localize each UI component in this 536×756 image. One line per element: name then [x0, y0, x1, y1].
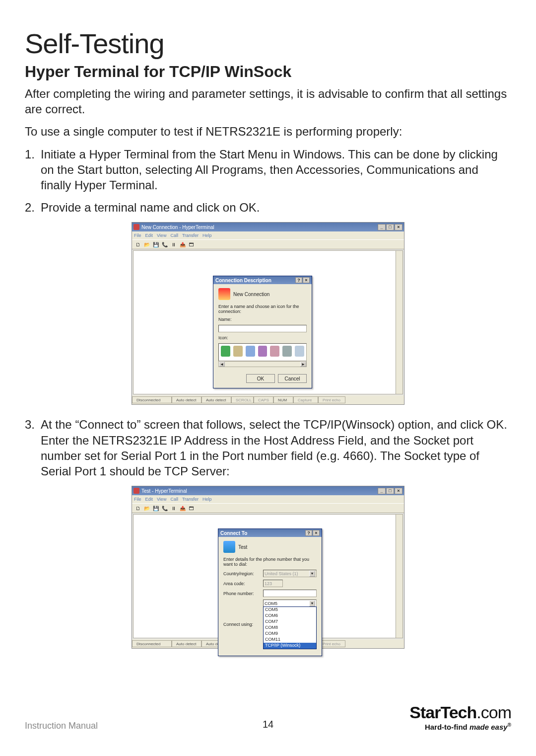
icon-option-3[interactable]	[246, 346, 255, 357]
close-button[interactable]: ×	[395, 488, 402, 494]
option-com9[interactable]: COM9	[264, 631, 316, 637]
option-com11[interactable]: COM11	[264, 637, 316, 643]
maximize-button[interactable]: □	[386, 488, 394, 494]
dialog-close-button[interactable]: ×	[303, 277, 310, 283]
icon-option-2[interactable]	[233, 346, 243, 357]
status-printecho: Print echo	[318, 640, 345, 647]
toolbar-disconnect-icon[interactable]: ⏸	[170, 240, 178, 248]
page-footer: Instruction Manual 14 StarTech.com Hard-…	[25, 703, 511, 731]
page-subtitle: Hyper Terminal for TCP/IP WinSock	[25, 63, 511, 81]
toolbar-call-icon[interactable]: 📞	[161, 504, 169, 512]
toolbar-save-icon[interactable]: 💾	[152, 504, 160, 512]
scrollbar-vertical[interactable]	[396, 515, 402, 638]
menu-help[interactable]: Help	[202, 497, 212, 502]
toolbar-send-icon[interactable]: 📤	[179, 504, 187, 512]
scroll-right-icon[interactable]: ►	[300, 362, 306, 367]
option-com6[interactable]: COM6	[264, 613, 316, 619]
connection-icon	[223, 541, 235, 553]
icon-option-7[interactable]	[295, 346, 304, 357]
toolbar-new-icon[interactable]: 🗋	[134, 504, 142, 512]
toolbar-disconnect-icon[interactable]: ⏸	[170, 504, 178, 512]
dialog-title: Connect To	[220, 530, 247, 536]
toolbar-new-icon[interactable]: 🗋	[134, 240, 142, 248]
status-scroll: SCROLL	[231, 396, 254, 403]
intro-paragraph-1: After completing the wiring and paramete…	[25, 86, 511, 117]
help-button[interactable]: ?	[295, 277, 302, 283]
option-com7[interactable]: COM7	[264, 619, 316, 625]
menu-call[interactable]: Call	[170, 497, 178, 502]
cancel-button[interactable]: Cancel	[278, 374, 307, 383]
areacode-label: Area code:	[223, 581, 263, 586]
minimize-button[interactable]: _	[378, 488, 386, 494]
dialog-title: Connection Description	[215, 278, 271, 283]
steps-list-continued: At the “Connect to” screen that follows,…	[25, 417, 511, 479]
help-button[interactable]: ?	[305, 530, 312, 536]
menu-file[interactable]: File	[134, 497, 141, 502]
status-autodetect-2: Auto detect	[201, 396, 231, 403]
terminal-body: Connect To ? × Test Enter details for th…	[133, 514, 403, 638]
menu-edit[interactable]: Edit	[145, 233, 153, 238]
dialog-titlebar[interactable]: Connection Description ? ×	[213, 276, 312, 284]
status-connection: Disconnected	[132, 396, 172, 403]
close-button[interactable]: ×	[395, 224, 402, 230]
menu-transfer[interactable]: Transfer	[182, 497, 199, 502]
country-select[interactable]: United States (1)▼	[263, 570, 317, 577]
status-autodetect-1: Auto detect	[172, 640, 201, 647]
dialog-titlebar[interactable]: Connect To ? ×	[218, 529, 322, 537]
toolbar-send-icon[interactable]: 📤	[179, 240, 187, 248]
menu-file[interactable]: File	[134, 233, 141, 238]
option-com5[interactable]: COM5	[264, 607, 316, 613]
areacode-input[interactable]	[263, 580, 283, 587]
scrollbar-vertical[interactable]	[396, 251, 402, 394]
phone-input[interactable]	[263, 590, 317, 597]
toolbar-properties-icon[interactable]: 🗔	[188, 504, 196, 512]
connection-name: Test	[238, 544, 247, 550]
icon-picker[interactable]	[218, 343, 307, 361]
toolbar-call-icon[interactable]: 📞	[161, 240, 169, 248]
connect-to-dialog: Connect To ? × Test Enter details for th…	[218, 529, 322, 656]
window-title: New Connection - HyperTerminal	[141, 225, 214, 230]
country-label: Country/region:	[223, 571, 263, 576]
connectusing-listbox[interactable]: COM5 COM6 COM7 COM8 COM9 COM11 TCP/IP (W…	[263, 606, 317, 649]
new-connection-label: New Connection	[233, 292, 269, 297]
icon-option-4[interactable]	[258, 346, 268, 357]
status-capture: Capture	[293, 396, 318, 403]
toolbar-open-icon[interactable]: 📂	[143, 504, 151, 512]
toolbar: 🗋 📂 💾 📞 ⏸ 📤 🗔	[132, 239, 404, 249]
dialog-close-button[interactable]: ×	[313, 530, 320, 536]
step-2: Provide a terminal name and click on OK.	[41, 200, 511, 215]
toolbar-save-icon[interactable]: 💾	[152, 240, 160, 248]
status-num: NUM	[273, 396, 293, 403]
name-input[interactable]	[218, 325, 307, 332]
menu-help[interactable]: Help	[202, 233, 212, 238]
icon-option-6[interactable]	[282, 346, 292, 357]
menu-call[interactable]: Call	[170, 233, 178, 238]
scroll-left-icon[interactable]: ◄	[219, 362, 225, 367]
new-connection-icon	[218, 288, 230, 300]
menu-view[interactable]: View	[157, 497, 166, 502]
window-titlebar[interactable]: Test - HyperTerminal _ □ ×	[132, 486, 404, 495]
menu-transfer[interactable]: Transfer	[182, 233, 199, 238]
option-tcpip-winsock[interactable]: TCP/IP (Winsock)	[264, 643, 316, 649]
window-titlebar[interactable]: New Connection - HyperTerminal _ □ ×	[132, 223, 404, 231]
icon-option-5[interactable]	[270, 346, 279, 357]
status-printecho: Print echo	[318, 396, 345, 403]
ok-button[interactable]: OK	[246, 374, 275, 383]
toolbar-properties-icon[interactable]: 🗔	[188, 240, 196, 248]
menubar: File Edit View Call Transfer Help	[132, 231, 404, 239]
connectusing-select[interactable]: COM5▼	[263, 600, 317, 607]
chevron-down-icon: ▼	[309, 571, 315, 577]
toolbar: 🗋 📂 💾 📞 ⏸ 📤 🗔	[132, 503, 404, 513]
connection-description-dialog: Connection Description ? × New Connectio…	[213, 276, 312, 388]
icon-option-1[interactable]	[221, 346, 230, 357]
minimize-button[interactable]: _	[378, 224, 386, 230]
menubar: File Edit View Call Transfer Help	[132, 495, 404, 503]
steps-list: Initiate a Hyper Terminal from the Start…	[25, 147, 511, 216]
maximize-button[interactable]: □	[386, 224, 394, 230]
toolbar-open-icon[interactable]: 📂	[143, 240, 151, 248]
screenshot-1: New Connection - HyperTerminal _ □ × Fil…	[25, 222, 511, 405]
option-com8[interactable]: COM8	[264, 625, 316, 631]
menu-edit[interactable]: Edit	[145, 497, 153, 502]
icon-scrollbar[interactable]: ◄ ►	[218, 361, 307, 367]
menu-view[interactable]: View	[157, 233, 166, 238]
